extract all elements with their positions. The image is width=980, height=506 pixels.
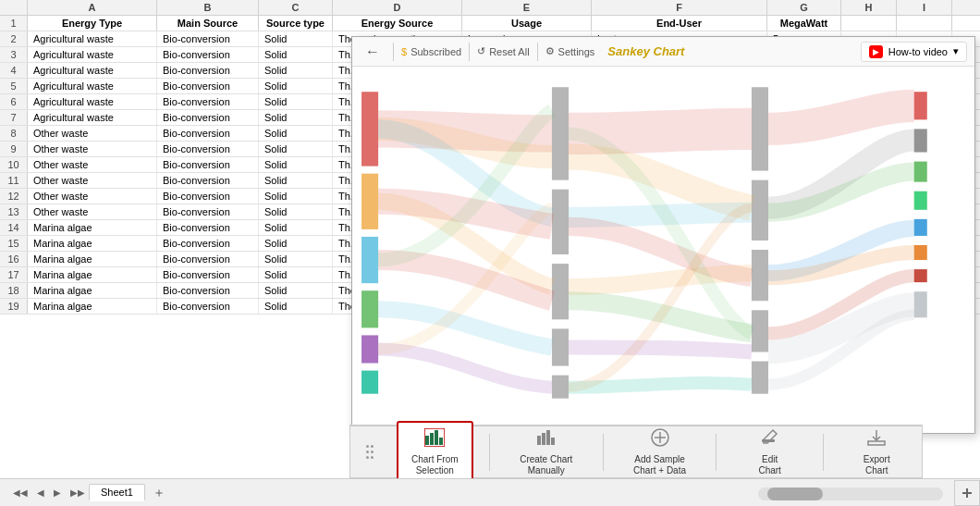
cell-a8[interactable]: Other waste: [28, 126, 157, 141]
nav-next-icon[interactable]: ▶: [50, 486, 65, 500]
cell-a7[interactable]: Agricultural waste: [28, 110, 157, 125]
cell-b3[interactable]: Bio-conversion: [157, 47, 259, 62]
col-header-g[interactable]: G: [767, 0, 841, 15]
col-header-d[interactable]: D: [333, 0, 462, 15]
toolbar-divider: [393, 43, 394, 61]
cell-b9[interactable]: Bio-conversion: [157, 142, 259, 156]
cell-a2[interactable]: Agricultural waste: [28, 31, 157, 46]
cell-a1[interactable]: Energy Type: [28, 16, 157, 31]
col-header-h[interactable]: H: [841, 0, 897, 15]
cell-c12[interactable]: Solid: [259, 189, 333, 204]
chart-from-selection-button[interactable]: Chart FromSelection: [397, 421, 473, 484]
cell-b17[interactable]: Bio-conversion: [157, 267, 259, 282]
cell-b18[interactable]: Bio-conversion: [157, 283, 259, 298]
nav-last-icon[interactable]: ▶▶: [67, 486, 89, 500]
cell-a16[interactable]: Marina algae: [28, 252, 157, 266]
add-sample-chart-button[interactable]: Add SampleChart + Data: [619, 422, 700, 483]
cell-b1[interactable]: Main Source: [157, 16, 259, 31]
cell-c10[interactable]: Solid: [259, 157, 333, 172]
sankey-back-button[interactable]: ←: [360, 42, 386, 62]
cell-h1: [841, 16, 897, 31]
cell-c3[interactable]: Solid: [259, 47, 333, 62]
cell-d1[interactable]: Energy Source: [333, 16, 462, 31]
cell-c17[interactable]: Solid: [259, 267, 333, 282]
col-header-a[interactable]: A: [28, 0, 157, 15]
cell-a18[interactable]: Marina algae: [28, 283, 157, 298]
nav-prev-icon[interactable]: ◀: [33, 486, 48, 500]
row-number: 4: [0, 63, 28, 78]
settings-icon: ⚙: [545, 45, 555, 57]
cell-a15[interactable]: Marina algae: [28, 236, 157, 251]
col-header-i[interactable]: I: [897, 0, 952, 15]
cell-a9[interactable]: Other waste: [28, 142, 157, 156]
cell-b12[interactable]: Bio-conversion: [157, 189, 259, 204]
cell-a3[interactable]: Agricultural waste: [28, 47, 157, 62]
cell-b19[interactable]: Bio-conversion: [157, 299, 259, 314]
reset-icon: ↺: [477, 45, 485, 57]
cell-b14[interactable]: Bio-conversion: [157, 220, 259, 235]
export-chart-button[interactable]: ExportChart: [839, 422, 913, 483]
col-header-e[interactable]: E: [462, 0, 592, 15]
cell-a13[interactable]: Other waste: [28, 204, 157, 219]
edit-chart-button[interactable]: EditChart: [733, 422, 807, 483]
cell-c5[interactable]: Solid: [259, 79, 333, 93]
subscribed-button[interactable]: $ Subscribed: [401, 46, 461, 57]
cell-b16[interactable]: Bio-conversion: [157, 252, 259, 266]
cell-a11[interactable]: Other waste: [28, 173, 157, 188]
cell-a17[interactable]: Marina algae: [28, 267, 157, 282]
cell-c7[interactable]: Solid: [259, 110, 333, 125]
cell-a4[interactable]: Agricultural waste: [28, 63, 157, 78]
cell-c9[interactable]: Solid: [259, 142, 333, 156]
cell-c2[interactable]: Solid: [259, 31, 333, 46]
cell-c13[interactable]: Solid: [259, 204, 333, 219]
cell-c15[interactable]: Solid: [259, 236, 333, 251]
svg-rect-32: [546, 430, 550, 445]
cell-a14[interactable]: Marina algae: [28, 220, 157, 235]
cell-c11[interactable]: Solid: [259, 173, 333, 188]
cell-b2[interactable]: Bio-conversion: [157, 31, 259, 46]
howto-chevron-icon: ▾: [953, 45, 959, 57]
cell-b11[interactable]: Bio-conversion: [157, 173, 259, 188]
col-header-f[interactable]: F: [592, 0, 767, 15]
cell-c4[interactable]: Solid: [259, 63, 333, 78]
cell-a6[interactable]: Agricultural waste: [28, 94, 157, 109]
cell-b7[interactable]: Bio-conversion: [157, 110, 259, 125]
cell-b8[interactable]: Bio-conversion: [157, 126, 259, 141]
cell-c18[interactable]: Solid: [259, 283, 333, 298]
cell-b15[interactable]: Bio-conversion: [157, 236, 259, 251]
row-number: 17: [0, 267, 28, 282]
nav-first-icon[interactable]: ◀◀: [9, 486, 31, 500]
cell-f1[interactable]: End-User: [592, 16, 767, 31]
cell-b5[interactable]: Bio-conversion: [157, 79, 259, 93]
sankey-chart-area[interactable]: [352, 67, 974, 433]
cell-a12[interactable]: Other waste: [28, 189, 157, 204]
cell-c19[interactable]: Solid: [259, 299, 333, 314]
cell-c14[interactable]: Solid: [259, 220, 333, 235]
col-header-b[interactable]: B: [157, 0, 259, 15]
cell-a10[interactable]: Other waste: [28, 157, 157, 172]
horizontal-scrollbar[interactable]: [758, 487, 943, 500]
sheet1-tab[interactable]: Sheet1: [89, 484, 145, 501]
cell-b6[interactable]: Bio-conversion: [157, 94, 259, 109]
cell-e1[interactable]: Usage: [462, 16, 592, 31]
cell-c8[interactable]: Solid: [259, 126, 333, 141]
howto-button[interactable]: ▶ How-to video ▾: [861, 42, 967, 62]
reset-button[interactable]: ↺ Reset All: [477, 45, 529, 57]
drag-handle[interactable]: [359, 445, 381, 459]
cell-c16[interactable]: Solid: [259, 252, 333, 266]
col-header-c[interactable]: C: [259, 0, 333, 15]
cell-c1[interactable]: Source type: [259, 16, 333, 31]
spreadsheet-container: A B C D E F G H I 1 Energy Type Main Sou…: [0, 0, 980, 506]
cell-a19[interactable]: Marina algae: [28, 299, 157, 314]
add-sheet-button[interactable]: ＋: [145, 483, 173, 503]
settings-button[interactable]: ⚙ Settings: [545, 45, 595, 57]
cell-c6[interactable]: Solid: [259, 94, 333, 109]
cell-b10[interactable]: Bio-conversion: [157, 157, 259, 172]
cell-a5[interactable]: Agricultural waste: [28, 79, 157, 93]
sheet-nav-arrows[interactable]: ◀◀ ◀ ▶ ▶▶: [9, 486, 89, 500]
cell-b4[interactable]: Bio-conversion: [157, 63, 259, 78]
cell-b13[interactable]: Bio-conversion: [157, 204, 259, 219]
resize-handle[interactable]: [954, 480, 980, 506]
create-chart-manually-button[interactable]: Create ChartManually: [506, 422, 586, 483]
cell-g1[interactable]: MegaWatt: [767, 16, 841, 31]
